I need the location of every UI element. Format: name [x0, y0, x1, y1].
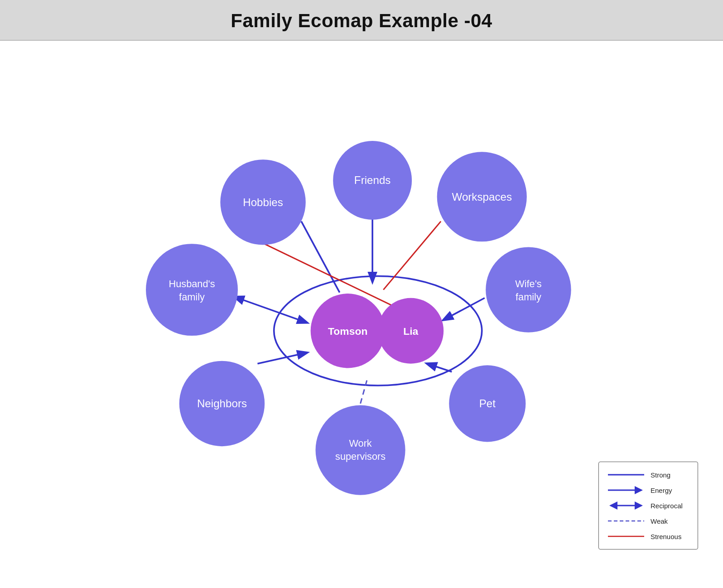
work-supervisors-label: Work: [349, 438, 371, 449]
neighbors-connection: [257, 353, 307, 364]
legend-strong-label: Strong: [651, 471, 670, 479]
legend-weak-label: Weak: [651, 517, 668, 525]
pet-label: Pet: [479, 397, 496, 410]
legend-reciprocal-line: [608, 501, 644, 510]
wifes-family-node: [486, 247, 571, 332]
husbands-family-reciprocal: [235, 297, 307, 323]
husbands-family-label: Husband's: [169, 278, 215, 289]
hobbies-label: Hobbies: [243, 196, 283, 208]
lia-label: Lia: [403, 325, 418, 337]
husbands-family-label2: family: [179, 291, 205, 303]
legend-strenuous-label: Strenuous: [651, 533, 681, 540]
hobbies-connection: [301, 222, 340, 293]
work-supervisors-weak: [361, 380, 367, 404]
legend-strong: Strong: [608, 470, 689, 479]
wifes-family-label2: family: [516, 291, 541, 303]
legend-strong-line: [608, 470, 644, 479]
legend-strenuous-line: [608, 532, 644, 541]
page-header: Family Ecomap Example -04: [0, 0, 723, 41]
legend-reciprocal-label: Reciprocal: [651, 502, 683, 510]
work-supervisors-label2: supervisors: [335, 451, 386, 462]
page-wrapper: Family Ecomap Example -04: [0, 0, 723, 588]
legend-weak-line: [608, 516, 644, 525]
workspaces-label: Workspaces: [452, 191, 512, 203]
main-content: Friends Hobbies Workspaces Husband's fam…: [0, 41, 723, 588]
work-supervisors-node: [316, 405, 405, 495]
legend-energy-label: Energy: [651, 487, 672, 494]
legend-strenuous: Strenuous: [608, 532, 689, 541]
legend-energy-line: [608, 486, 644, 495]
legend-weak: Weak: [608, 516, 689, 525]
friends-label: Friends: [354, 174, 391, 186]
legend-reciprocal: Reciprocal: [608, 501, 689, 510]
wifes-family-label: Wife's: [515, 278, 542, 289]
legend: Strong Energy: [598, 462, 698, 549]
legend-energy: Energy: [608, 486, 689, 495]
husbands-family-node: [146, 244, 238, 336]
page-title: Family Ecomap Example -04: [0, 10, 723, 32]
pet-connection: [427, 364, 452, 372]
neighbors-label: Neighbors: [197, 397, 247, 410]
tomson-label: Tomson: [328, 325, 368, 337]
